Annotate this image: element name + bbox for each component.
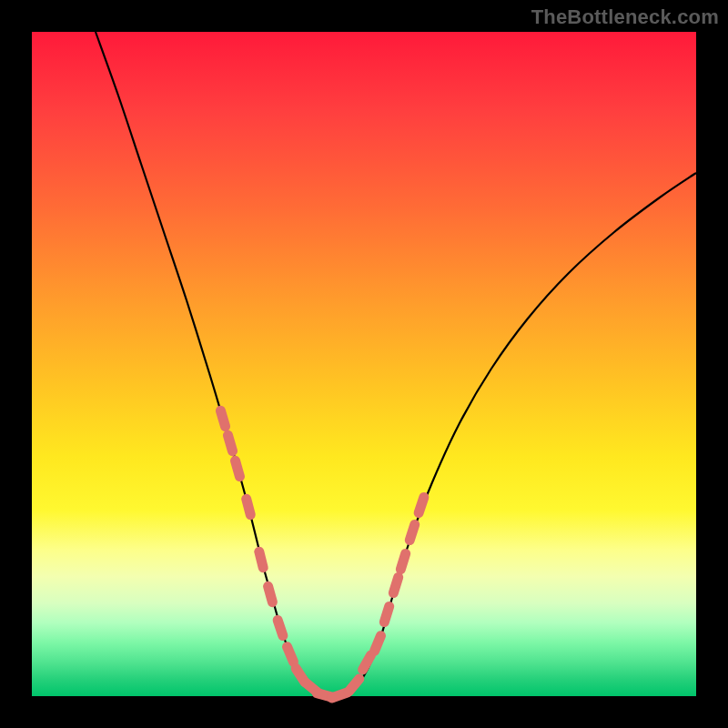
chart-frame: TheBottleneck.com: [0, 0, 728, 728]
curve-svg: [32, 32, 696, 696]
highlight-marker: [268, 586, 273, 602]
highlight-marker: [278, 620, 283, 635]
highlight-marker: [287, 647, 293, 662]
watermark-text: TheBottleneck.com: [531, 5, 719, 29]
marker-group: [220, 410, 423, 698]
highlight-marker: [363, 655, 371, 670]
highlight-marker: [384, 606, 389, 622]
highlight-marker: [419, 497, 424, 512]
highlight-marker: [400, 553, 405, 569]
highlight-marker: [228, 435, 232, 450]
highlight-marker: [236, 460, 240, 476]
highlight-marker: [410, 524, 415, 540]
highlight-marker: [375, 636, 381, 652]
highlight-marker: [349, 679, 359, 692]
highlight-marker: [247, 499, 251, 514]
highlight-marker: [259, 551, 263, 567]
plot-area: [32, 32, 696, 696]
highlight-marker: [220, 410, 225, 426]
bottleneck-curve: [96, 32, 696, 698]
highlight-marker: [393, 577, 398, 592]
